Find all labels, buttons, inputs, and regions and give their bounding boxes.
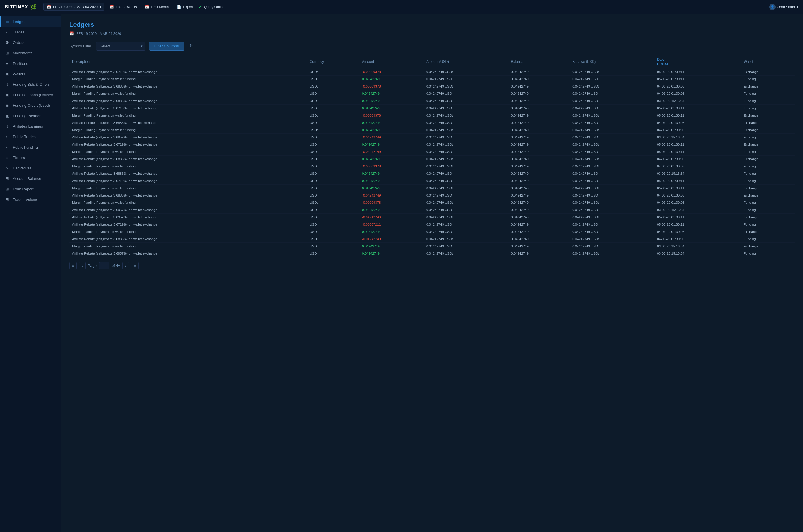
cell-balance-usd: 0.04242749 USDt	[569, 127, 654, 134]
table-row: Affiliate Rebate (self,rebate:3.6886%) o…	[69, 119, 795, 127]
cell-amount-usd: 0.04242749 USD	[423, 177, 508, 185]
cell-date: 05-03-20 01:30:11	[654, 148, 741, 155]
sidebar: ☰ Ledgers ↔ Trades ⚙ Orders ⊞ Movements …	[0, 14, 61, 532]
cell-amount: 0.04242749	[359, 206, 423, 214]
export-btn[interactable]: 📄 Export	[174, 3, 196, 11]
sidebar-item-orders[interactable]: ⚙ Orders	[0, 37, 61, 48]
cell-currency: USD	[307, 97, 359, 104]
cell-wallet: Funding	[741, 97, 795, 104]
cell-balance-usd: 0.04242749 USD	[569, 134, 654, 141]
cell-amount-usd: 0.04242749 USDt	[423, 199, 508, 206]
sidebar-item-public-funding[interactable]: ↔ Public Funding	[0, 142, 61, 152]
cell-balance: 0.04242749	[508, 112, 569, 119]
sidebar-item-funding-loans[interactable]: ▣ Funding Loans (Unused)	[0, 90, 61, 100]
cell-description: Margin Funding Payment on wallet funding	[69, 243, 307, 250]
cell-amount-usd: 0.04242749 USD	[423, 76, 508, 83]
sidebar-item-derivatives[interactable]: ∿ Derivatives	[0, 163, 61, 173]
cell-description: Affiliate Rebate (self,rebate:3.6719%) o…	[69, 177, 307, 185]
cell-balance: 0.04242749	[508, 214, 569, 221]
sidebar-item-label: Tickers	[13, 155, 25, 160]
sidebar-item-loan-report[interactable]: ⊞ Loan Report	[0, 184, 61, 194]
page-number-input[interactable]	[99, 262, 109, 269]
table-row: Affiliate Rebate (self,rebate:3.6886%) o…	[69, 83, 795, 90]
username-label: John.Smith	[778, 5, 795, 9]
refresh-button[interactable]: ↻	[188, 42, 195, 51]
table-row: Affiliate Rebate (self,rebate:3.6957%) o…	[69, 134, 795, 141]
next-page-button[interactable]: ›	[123, 262, 129, 269]
cell-date: 05-03-20 01:30:11	[654, 68, 741, 76]
filter-columns-button[interactable]: Filter Columns	[149, 42, 184, 51]
cell-date: 05-03-20 01:30:11	[654, 141, 741, 148]
query-online-btn[interactable]: ✓ Query Online	[198, 4, 225, 10]
funding-bids-icon: ↕	[5, 82, 10, 87]
sidebar-item-label: Funding Loans (Unused)	[13, 93, 54, 97]
cell-description: Affiliate Rebate (self,rebate:3.6886%) o…	[69, 83, 307, 90]
table-row: Affiliate Rebate (self,rebate:3.6957%) o…	[69, 206, 795, 214]
table-row: Affiliate Rebate (self,rebate:3.6886%) o…	[69, 97, 795, 104]
col-date[interactable]: Date (+00:00)	[654, 55, 741, 68]
cell-date: 05-03-20 01:30:11	[654, 104, 741, 112]
cell-balance-usd: 0.04242749 USD	[569, 76, 654, 83]
main-content: Ledgers 📅 FEB 19 2020 - MAR 04 2020 Symb…	[61, 14, 803, 532]
cell-amount-usd: 0.04242749 USD	[423, 134, 508, 141]
sidebar-item-funding-credit[interactable]: ▣ Funding Credit (Used)	[0, 100, 61, 111]
sidebar-item-funding-payment[interactable]: ▣ Funding Payment	[0, 111, 61, 121]
affiliates-icon: ↕	[5, 124, 10, 129]
sidebar-item-funding-bids[interactable]: ↕ Funding Bids & Offers	[0, 79, 61, 90]
last2weeks-btn[interactable]: 📅 Last 2 Weeks	[107, 3, 140, 11]
last-page-button[interactable]: »	[131, 262, 139, 269]
cell-balance-usd: 0.04242749 USDt	[569, 163, 654, 170]
sidebar-item-positions[interactable]: ≡ Positions	[0, 58, 61, 69]
table-row: Affiliate Rebate (self,rebate:3.6957%) o…	[69, 250, 795, 257]
col-wallet: Wallet	[741, 55, 795, 68]
sidebar-item-label: Orders	[13, 40, 24, 45]
sidebar-item-account-balance[interactable]: ⊞ Account Balance	[0, 173, 61, 184]
table-header: Description Currency Amount Amount (USD)…	[69, 55, 795, 68]
cell-balance: 0.04242749	[508, 177, 569, 185]
date-range-picker[interactable]: 📅 FEB 19 2020 - MAR 04 2020 ▾	[43, 3, 105, 11]
symbol-filter-select-wrap[interactable]: Select	[96, 42, 145, 51]
user-chevron-icon: ▾	[797, 5, 798, 9]
past-month-btn[interactable]: 📅 Past Month	[142, 3, 172, 11]
main-layout: ☰ Ledgers ↔ Trades ⚙ Orders ⊞ Movements …	[0, 14, 803, 532]
cell-amount-usd: 0.04242749 USD	[423, 221, 508, 228]
cell-currency: USDt	[307, 214, 359, 221]
cell-balance: 0.04242749	[508, 76, 569, 83]
cell-date: 05-03-20 01:30:11	[654, 112, 741, 119]
sidebar-item-movements[interactable]: ⊞ Movements	[0, 48, 61, 58]
symbol-filter-select[interactable]: Select	[96, 42, 145, 51]
sidebar-item-ledgers[interactable]: ☰ Ledgers	[0, 16, 61, 27]
cell-balance-usd: 0.04242749 USD	[569, 177, 654, 185]
cell-date: 03-03-20 15:16:54	[654, 206, 741, 214]
cell-date: 04-03-20 01:30:05	[654, 90, 741, 97]
sidebar-item-tickers[interactable]: ≡ Tickers	[0, 152, 61, 163]
cell-currency: USD	[307, 221, 359, 228]
topnav: BITFINEX 🌿 📅 FEB 19 2020 - MAR 04 2020 ▾…	[0, 0, 803, 14]
sidebar-item-trades[interactable]: ↔ Trades	[0, 27, 61, 37]
cell-amount: 0.04242749	[359, 155, 423, 163]
sidebar-item-label: Ledgers	[13, 19, 26, 24]
cell-amount: -0.00009378	[359, 83, 423, 90]
cell-balance: 0.04242749	[508, 97, 569, 104]
sidebar-item-wallets[interactable]: ▣ Wallets	[0, 69, 61, 79]
cell-amount-usd: 0.04242749 USD	[423, 228, 508, 235]
user-menu[interactable]: 👤 John.Smith ▾	[769, 4, 798, 10]
cell-balance: 0.04242749	[508, 250, 569, 257]
cell-balance-usd: 0.04242749 USD	[569, 170, 654, 177]
logo-text: BITFINEX	[5, 4, 28, 10]
first-page-button[interactable]: «	[69, 262, 76, 269]
cell-balance: 0.04242749	[508, 221, 569, 228]
sidebar-item-label: Traded Volume	[13, 197, 38, 202]
cell-balance-usd: 0.04242749 USDt	[569, 141, 654, 148]
sidebar-item-affiliates[interactable]: ↕ Affiliates Earnings	[0, 121, 61, 131]
cell-balance: 0.04242749	[508, 199, 569, 206]
prev-page-button[interactable]: ‹	[79, 262, 85, 269]
table-row: Margin Funding Payment on wallet funding…	[69, 228, 795, 235]
cell-amount: -0.00009378	[359, 199, 423, 206]
sidebar-item-traded-volume[interactable]: ⊞ Traded Volume	[0, 194, 61, 205]
sidebar-item-public-trades[interactable]: ↔ Public Trades	[0, 131, 61, 142]
cell-amount: 0.04242749	[359, 76, 423, 83]
ledgers-icon: ☰	[5, 19, 10, 24]
cell-balance: 0.04242749	[508, 235, 569, 243]
col-balance: Balance	[508, 55, 569, 68]
